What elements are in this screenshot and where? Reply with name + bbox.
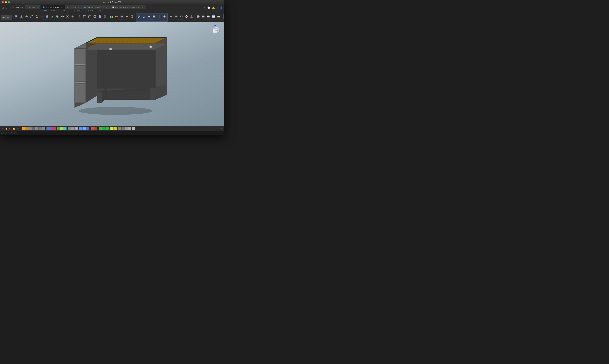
tab-close-untitled2[interactable]: × (77, 6, 80, 8)
add-tab-button[interactable]: + (146, 6, 150, 9)
tab-close-drawing[interactable]: × (141, 6, 144, 8)
tab-close-mfg[interactable]: × (106, 6, 108, 8)
assemble-drive-joints-button[interactable] (130, 14, 134, 19)
bottom-icon-15[interactable] (71, 127, 75, 130)
create-scale-button[interactable] (65, 14, 70, 19)
bottom-icon-23[interactable] (102, 127, 105, 130)
create-sweep-button[interactable] (29, 14, 34, 19)
bottom-icon-21[interactable] (94, 127, 97, 130)
mode-tab-mesh[interactable]: MESH (61, 10, 70, 12)
bottom-icon-18[interactable] (83, 127, 86, 130)
bottom-icon-19[interactable] (86, 127, 89, 130)
bottom-icon-4[interactable] (32, 127, 35, 130)
bottom-icon-7[interactable] (42, 127, 45, 130)
clock-icon[interactable]: 🕐 (207, 6, 211, 9)
view-cube-gizmo[interactable]: Z X FRONT (209, 24, 221, 36)
redo-history-button[interactable]: ↪▾ (20, 6, 23, 9)
app-grid-icon[interactable]: ⊞ (1, 6, 4, 9)
inspect-measure-button[interactable] (169, 14, 173, 19)
play-forward-button[interactable]: ⏩ (12, 127, 15, 130)
construct-axis-button[interactable] (157, 14, 162, 19)
inspect-interference-button[interactable] (174, 14, 179, 19)
insert-dxf-button[interactable]: DXF (206, 14, 211, 19)
bottom-icon-17[interactable] (79, 127, 82, 130)
tab-close-untitled[interactable]: × (36, 6, 39, 8)
bottom-icon-2[interactable] (25, 127, 28, 130)
bottom-icon-9[interactable] (50, 127, 53, 130)
user-icon[interactable]: 👤 (219, 6, 223, 9)
bottom-icon-10[interactable] (53, 127, 56, 130)
modify-press-pull-button[interactable] (77, 14, 82, 19)
bottom-icon-1[interactable] (22, 127, 25, 130)
assemble-rigid-group-button[interactable] (125, 14, 129, 19)
bottom-icon-31[interactable] (132, 127, 135, 130)
tab-roll-top-desk-v4[interactable]: 🔷 Roll Top Desk v4* × (41, 5, 65, 9)
viewport[interactable]: Z X FRONT (0, 22, 224, 126)
bottom-icon-6[interactable] (39, 127, 42, 130)
construct-point-button[interactable] (162, 14, 167, 19)
bottom-icon-28[interactable] (121, 127, 125, 130)
tab-untitled2[interactable]: 🗋 Untitled* × (65, 5, 82, 9)
undo-history-button[interactable]: ↩▾ (16, 6, 19, 9)
modify-draft-button[interactable] (97, 14, 102, 19)
insert-mesh-button[interactable] (196, 14, 200, 19)
construct-offset-plane-button[interactable] (136, 14, 141, 19)
assemble-joint-button[interactable] (114, 14, 119, 19)
assemble-new-component-button[interactable] (109, 14, 114, 19)
tab-mfg[interactable]: 🔷 Roll Top Desk MFG v2 × (82, 5, 110, 9)
bottom-icon-12[interactable] (60, 127, 63, 130)
inspect-draft-analysis-button[interactable] (189, 14, 194, 19)
mode-tab-tools[interactable]: TOOLS (86, 10, 96, 12)
bottom-icon-30[interactable] (128, 127, 132, 130)
create-offset-face-button[interactable] (50, 14, 55, 19)
file-menu-icon[interactable]: 🗋 (5, 6, 9, 9)
mode-tab-solid[interactable]: SOLID (40, 10, 49, 12)
tab-untitled[interactable]: 🗋 Untitled × (25, 5, 40, 9)
mode-tab-surface[interactable]: SURFACE (49, 10, 61, 12)
construct-tangent-plane-button[interactable] (147, 14, 151, 19)
select-mode-button[interactable] (224, 14, 224, 19)
bottom-icon-13[interactable] (63, 127, 66, 130)
bottom-icon-25[interactable] (110, 127, 113, 130)
tab-close-roll-top[interactable]: × (61, 6, 63, 8)
bottom-icon-8[interactable] (46, 127, 50, 130)
insert-decal-button[interactable] (216, 14, 221, 19)
close-button[interactable] (2, 1, 4, 3)
modify-chamfer-button[interactable] (87, 14, 92, 19)
assemble-asbuilt-button[interactable] (119, 14, 124, 19)
create-copy-button[interactable] (55, 14, 60, 19)
help-icon[interactable]: ? (216, 6, 218, 9)
create-delete-button[interactable] (40, 14, 44, 19)
play-button[interactable]: ▶ (8, 127, 12, 130)
skip-start-button[interactable]: ⏮ (1, 127, 4, 130)
mode-tab-manage[interactable]: MANAGE (96, 10, 107, 12)
bottom-icon-29[interactable] (125, 127, 128, 130)
bottom-icon-11[interactable] (57, 127, 60, 130)
create-move-button[interactable] (70, 14, 75, 19)
create-new-component-button[interactable] (14, 14, 19, 19)
insert-svg-button[interactable]: SVG (201, 14, 206, 19)
maximize-button[interactable] (8, 1, 10, 3)
bottom-icon-22[interactable] (99, 127, 102, 130)
modify-fillet-button[interactable] (82, 14, 87, 19)
modify-scale-button[interactable] (103, 14, 107, 19)
insert-image-button[interactable] (211, 14, 216, 19)
create-boolean-button[interactable] (45, 14, 50, 19)
bottom-icon-3[interactable] (28, 127, 32, 130)
inspect-zebra-button[interactable] (184, 14, 189, 19)
notification-icon[interactable]: 🔔 (212, 6, 215, 9)
bottom-icon-20[interactable] (91, 127, 94, 130)
create-revolve-button[interactable] (24, 14, 29, 19)
skip-end-button[interactable]: ⏭ (16, 127, 19, 130)
create-loft-button[interactable] (34, 14, 39, 19)
bottom-icon-14[interactable] (68, 127, 71, 130)
inspect-curvature-button[interactable] (179, 14, 184, 19)
settings-gear-icon[interactable]: ⚙ (220, 127, 224, 130)
construct-plane-angle-button[interactable] (142, 14, 146, 19)
modify-shell-button[interactable] (92, 14, 97, 19)
construct-midplane-button[interactable] (152, 14, 157, 19)
bottom-icon-16[interactable] (75, 127, 78, 130)
bottom-icon-26[interactable] (113, 127, 117, 130)
design-mode-button[interactable]: DESIGN ▾ (1, 15, 12, 20)
refresh-icon[interactable]: ⟳ (203, 6, 206, 9)
